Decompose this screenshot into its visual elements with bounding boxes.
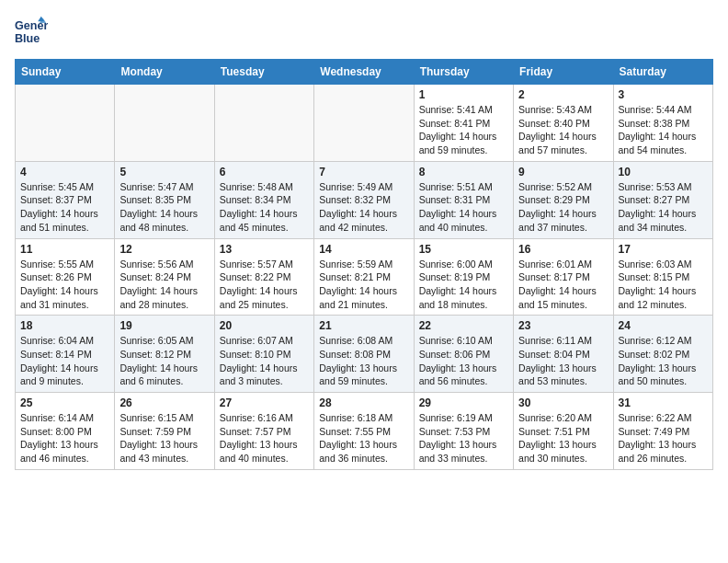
day-number: 13: [220, 243, 309, 256]
calendar-cell: 6Sunrise: 5:48 AMSunset: 8:34 PMDaylight…: [214, 161, 313, 238]
day-info: Sunrise: 5:48 AMSunset: 8:34 PMDaylight:…: [220, 180, 309, 235]
day-info: Sunrise: 6:08 AMSunset: 8:08 PMDaylight:…: [319, 334, 408, 388]
day-number: 23: [518, 319, 608, 332]
calendar-cell: 29Sunrise: 6:19 AMSunset: 7:53 PMDayligh…: [414, 393, 513, 470]
calendar-cell: 5Sunrise: 5:47 AMSunset: 8:35 PMDaylight…: [115, 161, 214, 238]
calendar-cell: 24Sunrise: 6:12 AMSunset: 8:02 PMDayligh…: [613, 316, 712, 393]
calendar-cell: 31Sunrise: 6:22 AMSunset: 7:49 PMDayligh…: [613, 393, 712, 470]
day-info: Sunrise: 5:57 AMSunset: 8:22 PMDaylight:…: [220, 258, 309, 312]
day-number: 4: [20, 166, 109, 178]
day-number: 3: [619, 88, 708, 101]
day-info: Sunrise: 6:03 AMSunset: 8:15 PMDaylight:…: [619, 258, 708, 312]
calendar-cell: 8Sunrise: 5:51 AMSunset: 8:31 PMDaylight…: [414, 161, 513, 238]
day-number: 22: [419, 319, 508, 332]
day-info: Sunrise: 5:41 AMSunset: 8:41 PMDaylight:…: [419, 103, 508, 157]
day-number: 20: [220, 319, 309, 332]
calendar-cell: [115, 85, 214, 162]
calendar-cell: 28Sunrise: 6:18 AMSunset: 7:55 PMDayligh…: [314, 393, 414, 470]
day-info: Sunrise: 6:07 AMSunset: 8:10 PMDaylight:…: [220, 334, 309, 388]
day-header-monday: Monday: [115, 60, 214, 85]
logo: General Blue: [15, 15, 51, 48]
day-number: 1: [419, 88, 508, 101]
calendar-cell: 18Sunrise: 6:04 AMSunset: 8:14 PMDayligh…: [16, 316, 115, 393]
day-info: Sunrise: 6:10 AMSunset: 8:06 PMDaylight:…: [419, 334, 508, 388]
day-number: 24: [619, 319, 708, 332]
day-info: Sunrise: 5:44 AMSunset: 8:38 PMDaylight:…: [619, 103, 708, 157]
calendar-cell: 13Sunrise: 5:57 AMSunset: 8:22 PMDayligh…: [214, 238, 313, 316]
calendar-cell: 23Sunrise: 6:11 AMSunset: 8:04 PMDayligh…: [514, 316, 613, 393]
day-info: Sunrise: 6:19 AMSunset: 7:53 PMDaylight:…: [419, 411, 508, 465]
day-info: Sunrise: 6:11 AMSunset: 8:04 PMDaylight:…: [518, 334, 608, 388]
day-header-saturday: Saturday: [613, 60, 712, 85]
day-number: 21: [319, 319, 408, 332]
day-info: Sunrise: 6:00 AMSunset: 8:19 PMDaylight:…: [419, 258, 508, 312]
day-number: 17: [619, 243, 708, 256]
calendar-cell: 3Sunrise: 5:44 AMSunset: 8:38 PMDaylight…: [613, 85, 712, 162]
day-number: 10: [619, 166, 708, 178]
day-info: Sunrise: 5:43 AMSunset: 8:40 PMDaylight:…: [518, 103, 608, 157]
calendar-cell: 26Sunrise: 6:15 AMSunset: 7:59 PMDayligh…: [115, 393, 214, 470]
calendar-cell: 10Sunrise: 5:53 AMSunset: 8:27 PMDayligh…: [613, 161, 712, 238]
day-info: Sunrise: 6:14 AMSunset: 8:00 PMDaylight:…: [20, 411, 109, 465]
calendar-body: 1Sunrise: 5:41 AMSunset: 8:41 PMDaylight…: [16, 85, 713, 470]
calendar-week-5: 25Sunrise: 6:14 AMSunset: 8:00 PMDayligh…: [16, 393, 713, 470]
calendar-week-3: 11Sunrise: 5:55 AMSunset: 8:26 PMDayligh…: [16, 238, 713, 316]
calendar-header-row: SundayMondayTuesdayWednesdayThursdayFrid…: [16, 60, 713, 85]
calendar-cell: 12Sunrise: 5:56 AMSunset: 8:24 PMDayligh…: [115, 238, 214, 316]
day-number: 26: [119, 396, 209, 409]
calendar-cell: [214, 85, 313, 162]
day-info: Sunrise: 6:20 AMSunset: 7:51 PMDaylight:…: [518, 411, 608, 465]
calendar-week-4: 18Sunrise: 6:04 AMSunset: 8:14 PMDayligh…: [16, 316, 713, 393]
day-info: Sunrise: 6:05 AMSunset: 8:12 PMDaylight:…: [119, 334, 209, 388]
day-number: 18: [20, 319, 109, 332]
day-info: Sunrise: 5:49 AMSunset: 8:32 PMDaylight:…: [319, 180, 408, 235]
day-number: 30: [518, 396, 608, 409]
day-info: Sunrise: 6:04 AMSunset: 8:14 PMDaylight:…: [20, 334, 109, 388]
day-number: 7: [319, 166, 408, 178]
calendar-cell: 4Sunrise: 5:45 AMSunset: 8:37 PMDaylight…: [16, 161, 115, 238]
day-number: 2: [518, 88, 608, 101]
day-info: Sunrise: 5:56 AMSunset: 8:24 PMDaylight:…: [119, 258, 209, 312]
calendar-table: SundayMondayTuesdayWednesdayThursdayFrid…: [15, 59, 713, 470]
day-info: Sunrise: 5:47 AMSunset: 8:35 PMDaylight:…: [119, 180, 209, 235]
day-number: 19: [119, 319, 209, 332]
calendar-cell: 2Sunrise: 5:43 AMSunset: 8:40 PMDaylight…: [514, 85, 613, 162]
day-header-tuesday: Tuesday: [214, 60, 313, 85]
day-number: 11: [20, 243, 109, 256]
day-number: 12: [119, 243, 209, 256]
day-header-sunday: Sunday: [16, 60, 115, 85]
day-info: Sunrise: 6:12 AMSunset: 8:02 PMDaylight:…: [619, 334, 708, 388]
day-number: 27: [220, 396, 309, 409]
day-number: 15: [419, 243, 508, 256]
calendar-week-2: 4Sunrise: 5:45 AMSunset: 8:37 PMDaylight…: [16, 161, 713, 238]
calendar-cell: 14Sunrise: 5:59 AMSunset: 8:21 PMDayligh…: [314, 238, 414, 316]
calendar-cell: 17Sunrise: 6:03 AMSunset: 8:15 PMDayligh…: [613, 238, 712, 316]
day-info: Sunrise: 6:01 AMSunset: 8:17 PMDaylight:…: [518, 258, 608, 312]
calendar-cell: 11Sunrise: 5:55 AMSunset: 8:26 PMDayligh…: [16, 238, 115, 316]
calendar-cell: 19Sunrise: 6:05 AMSunset: 8:12 PMDayligh…: [115, 316, 214, 393]
day-number: 25: [20, 396, 109, 409]
day-number: 8: [419, 166, 508, 178]
calendar-cell: 22Sunrise: 6:10 AMSunset: 8:06 PMDayligh…: [414, 316, 513, 393]
calendar-cell: 7Sunrise: 5:49 AMSunset: 8:32 PMDaylight…: [314, 161, 414, 238]
calendar-cell: 25Sunrise: 6:14 AMSunset: 8:00 PMDayligh…: [16, 393, 115, 470]
day-info: Sunrise: 6:18 AMSunset: 7:55 PMDaylight:…: [319, 411, 408, 465]
day-number: 5: [119, 166, 209, 178]
calendar-cell: [314, 85, 414, 162]
calendar-cell: 21Sunrise: 6:08 AMSunset: 8:08 PMDayligh…: [314, 316, 414, 393]
day-number: 29: [419, 396, 508, 409]
day-info: Sunrise: 5:55 AMSunset: 8:26 PMDaylight:…: [20, 258, 109, 312]
day-number: 16: [518, 243, 608, 256]
day-info: Sunrise: 6:15 AMSunset: 7:59 PMDaylight:…: [119, 411, 209, 465]
day-header-wednesday: Wednesday: [314, 60, 414, 85]
day-info: Sunrise: 6:16 AMSunset: 7:57 PMDaylight:…: [220, 411, 309, 465]
day-header-friday: Friday: [514, 60, 613, 85]
calendar-cell: 20Sunrise: 6:07 AMSunset: 8:10 PMDayligh…: [214, 316, 313, 393]
calendar-cell: 9Sunrise: 5:52 AMSunset: 8:29 PMDaylight…: [514, 161, 613, 238]
day-info: Sunrise: 5:45 AMSunset: 8:37 PMDaylight:…: [20, 180, 109, 235]
day-number: 31: [619, 396, 708, 409]
day-info: Sunrise: 5:53 AMSunset: 8:27 PMDaylight:…: [619, 180, 708, 235]
day-info: Sunrise: 6:22 AMSunset: 7:49 PMDaylight:…: [619, 411, 708, 465]
logo-icon: General Blue: [15, 15, 48, 48]
page-header: General Blue: [15, 15, 713, 48]
